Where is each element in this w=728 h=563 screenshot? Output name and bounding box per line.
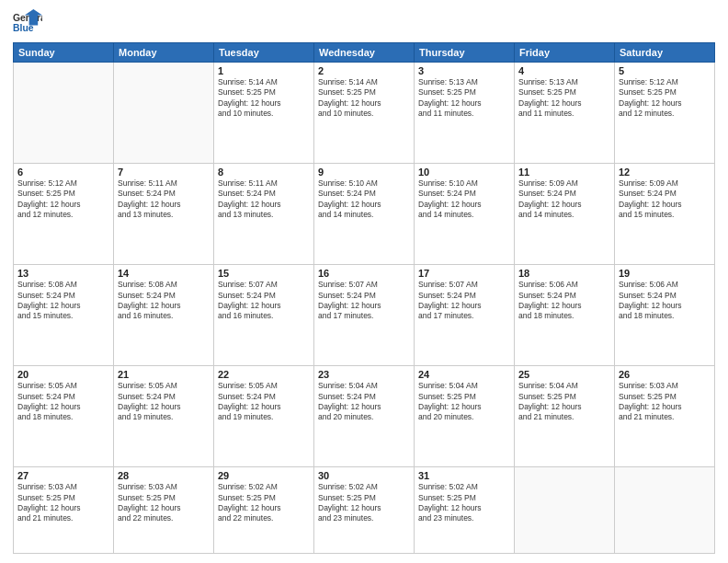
calendar-week-row: 13Sunrise: 5:08 AM Sunset: 5:24 PM Dayli… xyxy=(14,265,715,366)
weekday-header-thursday: Thursday xyxy=(415,43,515,63)
day-number: 19 xyxy=(619,268,711,279)
cell-info: Sunrise: 5:10 AM Sunset: 5:24 PM Dayligh… xyxy=(318,178,410,221)
cell-info: Sunrise: 5:03 AM Sunset: 5:25 PM Dayligh… xyxy=(17,482,109,524)
calendar-cell: 31Sunrise: 5:02 AM Sunset: 5:25 PM Dayli… xyxy=(415,467,515,554)
day-number: 23 xyxy=(318,369,410,380)
calendar-cell: 14Sunrise: 5:08 AM Sunset: 5:24 PM Dayli… xyxy=(114,265,214,366)
cell-info: Sunrise: 5:02 AM Sunset: 5:25 PM Dayligh… xyxy=(418,482,510,524)
calendar-cell: 5Sunrise: 5:12 AM Sunset: 5:25 PM Daylig… xyxy=(615,63,715,164)
day-number: 13 xyxy=(17,268,109,279)
day-number: 16 xyxy=(318,268,410,279)
calendar-week-row: 20Sunrise: 5:05 AM Sunset: 5:24 PM Dayli… xyxy=(14,366,715,467)
cell-info: Sunrise: 5:05 AM Sunset: 5:24 PM Dayligh… xyxy=(218,381,310,423)
calendar-cell: 25Sunrise: 5:04 AM Sunset: 5:25 PM Dayli… xyxy=(515,366,615,467)
day-number: 29 xyxy=(218,470,310,481)
calendar-cell: 3Sunrise: 5:13 AM Sunset: 5:25 PM Daylig… xyxy=(415,63,515,164)
cell-info: Sunrise: 5:04 AM Sunset: 5:25 PM Dayligh… xyxy=(418,381,510,423)
cell-info: Sunrise: 5:06 AM Sunset: 5:24 PM Dayligh… xyxy=(619,280,711,322)
calendar-cell: 15Sunrise: 5:07 AM Sunset: 5:24 PM Dayli… xyxy=(214,265,314,366)
day-number: 7 xyxy=(118,167,210,178)
calendar-cell: 17Sunrise: 5:07 AM Sunset: 5:24 PM Dayli… xyxy=(415,265,515,366)
calendar-cell: 19Sunrise: 5:06 AM Sunset: 5:24 PM Dayli… xyxy=(615,265,715,366)
cell-info: Sunrise: 5:14 AM Sunset: 5:25 PM Dayligh… xyxy=(318,77,410,120)
cell-info: Sunrise: 5:10 AM Sunset: 5:24 PM Dayligh… xyxy=(418,178,510,221)
calendar-cell: 20Sunrise: 5:05 AM Sunset: 5:24 PM Dayli… xyxy=(14,366,114,467)
day-number: 10 xyxy=(418,167,510,178)
day-number: 20 xyxy=(17,369,109,380)
day-number: 31 xyxy=(418,470,510,481)
calendar-week-row: 27Sunrise: 5:03 AM Sunset: 5:25 PM Dayli… xyxy=(14,467,715,554)
cell-info: Sunrise: 5:06 AM Sunset: 5:24 PM Dayligh… xyxy=(518,280,610,322)
cell-info: Sunrise: 5:07 AM Sunset: 5:24 PM Dayligh… xyxy=(218,280,310,322)
calendar-cell: 4Sunrise: 5:13 AM Sunset: 5:25 PM Daylig… xyxy=(515,63,615,164)
cell-info: Sunrise: 5:05 AM Sunset: 5:24 PM Dayligh… xyxy=(118,381,210,423)
calendar-cell: 28Sunrise: 5:03 AM Sunset: 5:25 PM Dayli… xyxy=(114,467,214,554)
day-number: 12 xyxy=(619,167,711,178)
day-number: 5 xyxy=(619,65,711,76)
logo-icon: General Blue xyxy=(13,9,42,35)
day-number: 9 xyxy=(318,167,410,178)
day-number: 26 xyxy=(619,369,711,380)
calendar-cell: 6Sunrise: 5:12 AM Sunset: 5:25 PM Daylig… xyxy=(14,164,114,265)
cell-info: Sunrise: 5:07 AM Sunset: 5:24 PM Dayligh… xyxy=(318,280,410,322)
day-number: 22 xyxy=(218,369,310,380)
day-number: 11 xyxy=(518,167,610,178)
logo: General Blue xyxy=(13,9,42,35)
cell-info: Sunrise: 5:11 AM Sunset: 5:24 PM Dayligh… xyxy=(218,178,310,221)
calendar-cell: 2Sunrise: 5:14 AM Sunset: 5:25 PM Daylig… xyxy=(314,63,415,164)
weekday-header-saturday: Saturday xyxy=(615,43,715,63)
calendar-cell: 23Sunrise: 5:04 AM Sunset: 5:24 PM Dayli… xyxy=(314,366,415,467)
calendar-cell: 26Sunrise: 5:03 AM Sunset: 5:25 PM Dayli… xyxy=(615,366,715,467)
weekday-header-tuesday: Tuesday xyxy=(214,43,314,63)
cell-info: Sunrise: 5:12 AM Sunset: 5:25 PM Dayligh… xyxy=(17,178,109,221)
day-number: 25 xyxy=(518,369,610,380)
cell-info: Sunrise: 5:04 AM Sunset: 5:25 PM Dayligh… xyxy=(518,381,610,423)
calendar-cell: 7Sunrise: 5:11 AM Sunset: 5:24 PM Daylig… xyxy=(114,164,214,265)
cell-info: Sunrise: 5:07 AM Sunset: 5:24 PM Dayligh… xyxy=(418,280,510,322)
weekday-header-wednesday: Wednesday xyxy=(314,43,415,63)
calendar-cell: 1Sunrise: 5:14 AM Sunset: 5:25 PM Daylig… xyxy=(214,63,314,164)
day-number: 17 xyxy=(418,268,510,279)
calendar-cell xyxy=(615,467,715,554)
calendar-week-row: 1Sunrise: 5:14 AM Sunset: 5:25 PM Daylig… xyxy=(14,63,715,164)
cell-info: Sunrise: 5:09 AM Sunset: 5:24 PM Dayligh… xyxy=(619,178,711,221)
calendar-cell: 29Sunrise: 5:02 AM Sunset: 5:25 PM Dayli… xyxy=(214,467,314,554)
calendar-cell: 18Sunrise: 5:06 AM Sunset: 5:24 PM Dayli… xyxy=(515,265,615,366)
calendar-cell: 30Sunrise: 5:02 AM Sunset: 5:25 PM Dayli… xyxy=(314,467,415,554)
cell-info: Sunrise: 5:04 AM Sunset: 5:24 PM Dayligh… xyxy=(318,381,410,423)
calendar: SundayMondayTuesdayWednesdayThursdayFrid… xyxy=(13,42,715,554)
day-number: 6 xyxy=(17,167,109,178)
cell-info: Sunrise: 5:03 AM Sunset: 5:25 PM Dayligh… xyxy=(619,381,711,423)
day-number: 3 xyxy=(418,65,510,76)
weekday-header-friday: Friday xyxy=(515,43,615,63)
cell-info: Sunrise: 5:08 AM Sunset: 5:24 PM Dayligh… xyxy=(17,280,109,322)
calendar-cell xyxy=(14,63,114,164)
cell-info: Sunrise: 5:05 AM Sunset: 5:24 PM Dayligh… xyxy=(17,381,109,423)
weekday-header-sunday: Sunday xyxy=(14,43,114,63)
cell-info: Sunrise: 5:02 AM Sunset: 5:25 PM Dayligh… xyxy=(318,482,410,524)
cell-info: Sunrise: 5:02 AM Sunset: 5:25 PM Dayligh… xyxy=(218,482,310,524)
day-number: 8 xyxy=(218,167,310,178)
cell-info: Sunrise: 5:12 AM Sunset: 5:25 PM Dayligh… xyxy=(619,77,711,120)
calendar-cell: 24Sunrise: 5:04 AM Sunset: 5:25 PM Dayli… xyxy=(415,366,515,467)
page: General Blue SundayMondayTuesdayWednesda… xyxy=(0,0,728,563)
calendar-cell: 12Sunrise: 5:09 AM Sunset: 5:24 PM Dayli… xyxy=(615,164,715,265)
header: General Blue xyxy=(13,9,715,35)
weekday-header-row: SundayMondayTuesdayWednesdayThursdayFrid… xyxy=(14,43,715,63)
day-number: 1 xyxy=(218,65,310,76)
day-number: 21 xyxy=(118,369,210,380)
day-number: 18 xyxy=(518,268,610,279)
cell-info: Sunrise: 5:11 AM Sunset: 5:24 PM Dayligh… xyxy=(118,178,210,221)
day-number: 4 xyxy=(518,65,610,76)
day-number: 14 xyxy=(118,268,210,279)
cell-info: Sunrise: 5:09 AM Sunset: 5:24 PM Dayligh… xyxy=(518,178,610,221)
calendar-cell: 21Sunrise: 5:05 AM Sunset: 5:24 PM Dayli… xyxy=(114,366,214,467)
calendar-cell xyxy=(114,63,214,164)
calendar-cell: 9Sunrise: 5:10 AM Sunset: 5:24 PM Daylig… xyxy=(314,164,415,265)
calendar-cell: 13Sunrise: 5:08 AM Sunset: 5:24 PM Dayli… xyxy=(14,265,114,366)
cell-info: Sunrise: 5:08 AM Sunset: 5:24 PM Dayligh… xyxy=(118,280,210,322)
day-number: 30 xyxy=(318,470,410,481)
calendar-cell: 11Sunrise: 5:09 AM Sunset: 5:24 PM Dayli… xyxy=(515,164,615,265)
calendar-cell: 16Sunrise: 5:07 AM Sunset: 5:24 PM Dayli… xyxy=(314,265,415,366)
day-number: 27 xyxy=(17,470,109,481)
